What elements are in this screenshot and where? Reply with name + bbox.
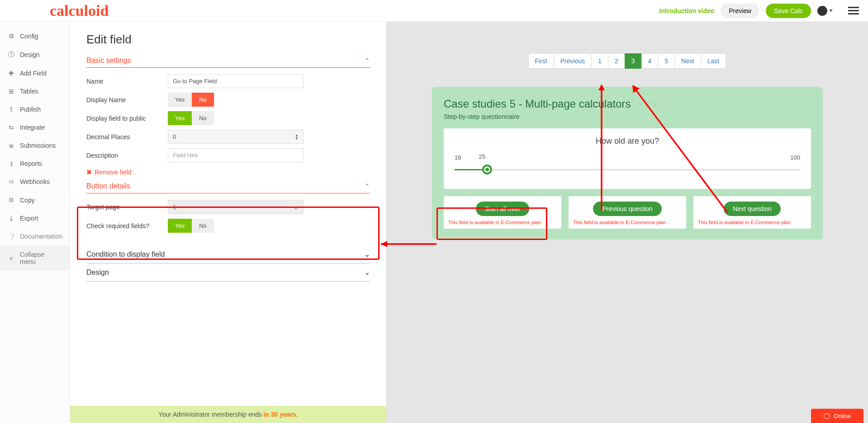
close-icon: ✖ bbox=[86, 169, 92, 176]
intro-video-link[interactable]: Introduction video bbox=[659, 7, 714, 14]
collapse-icon: « bbox=[8, 254, 14, 262]
sidebar-item-copy[interactable]: ⧉Copy bbox=[0, 191, 70, 209]
sidebar-item-reports[interactable]: ⫿Reports bbox=[0, 155, 70, 173]
display-public-no[interactable]: No bbox=[192, 111, 214, 125]
export-icon: ⤓ bbox=[8, 215, 14, 222]
display-name-yes[interactable]: Yes bbox=[168, 93, 192, 107]
edit-panel: Edit field Basic settings ⌃ Name Display… bbox=[70, 22, 387, 423]
chevron-up-icon: ⌃ bbox=[365, 57, 370, 64]
logo: calculoid bbox=[50, 2, 109, 19]
slider-mid: 25 bbox=[479, 153, 485, 160]
hamburger-icon[interactable] bbox=[848, 7, 859, 14]
online-chat-widget[interactable]: Online bbox=[811, 409, 863, 423]
display-public-toggle: Yes No bbox=[168, 111, 214, 125]
calculator-card: Case studies 5 - Multi-page calculators … bbox=[432, 87, 823, 240]
chevron-up-icon: ⌃ bbox=[365, 183, 370, 190]
chevron-down-icon: ⌄ bbox=[364, 268, 370, 277]
help-icon: ❔ bbox=[8, 233, 14, 240]
save-calc-button[interactable]: Save Calc bbox=[766, 4, 811, 18]
check-required-toggle: Yes No bbox=[168, 219, 214, 233]
preview-pane: First Previous 1 2 3 4 5 Next Last Case … bbox=[387, 22, 868, 423]
page-first[interactable]: First bbox=[528, 53, 554, 69]
slider-min: 18 bbox=[455, 154, 461, 161]
user-menu[interactable] bbox=[817, 6, 833, 16]
row-decimal: Decimal Places 0 ▲▼ bbox=[86, 130, 370, 144]
row-check-required: Check required fields? Yes No bbox=[86, 219, 370, 233]
sidebar-item-add-field[interactable]: ✚Add Field bbox=[0, 64, 70, 82]
target-page-select[interactable]: 1 ⌄ bbox=[168, 200, 304, 214]
table-icon: ⊞ bbox=[8, 88, 14, 95]
caret-down-icon bbox=[829, 9, 833, 12]
slider-fill bbox=[455, 169, 486, 170]
plus-icon: ✚ bbox=[8, 70, 14, 77]
section-basic-settings[interactable]: Basic settings ⌃ bbox=[86, 56, 370, 68]
preview-button[interactable]: Preview bbox=[721, 4, 759, 18]
page-1[interactable]: 1 bbox=[591, 53, 608, 69]
page-4[interactable]: 4 bbox=[641, 53, 659, 69]
next-question-button[interactable]: Next question bbox=[724, 202, 781, 216]
display-name-no[interactable]: No bbox=[192, 93, 214, 107]
design-icon: Ⓣ bbox=[8, 51, 14, 59]
spinner-icon[interactable]: ▲▼ bbox=[295, 134, 299, 140]
avatar-icon bbox=[817, 6, 827, 16]
slider-labels: 18 25 100 bbox=[455, 154, 800, 161]
page-next[interactable]: Next bbox=[674, 53, 701, 69]
rating-stars[interactable]: ☆☆☆☆☆ bbox=[637, 100, 671, 108]
chevron-down-icon: ⌄ bbox=[364, 250, 370, 258]
sidebar-item-webhooks[interactable]: ♾Webhooks bbox=[0, 173, 70, 191]
slider-max: 100 bbox=[790, 154, 800, 161]
chat-icon bbox=[824, 414, 830, 419]
slider-knob[interactable] bbox=[482, 164, 492, 174]
name-input[interactable] bbox=[168, 74, 304, 88]
pagination: First Previous 1 2 3 4 5 Next Last bbox=[432, 53, 823, 69]
row-description: Description bbox=[86, 148, 370, 162]
page-5[interactable]: 5 bbox=[658, 53, 675, 69]
start-over-card: Start all over This field is available i… bbox=[444, 196, 561, 229]
page-previous[interactable]: Previous bbox=[554, 53, 592, 69]
page-2[interactable]: 2 bbox=[608, 53, 625, 69]
reports-icon: ⫿ bbox=[8, 160, 14, 167]
page-3[interactable]: 3 bbox=[625, 53, 642, 69]
check-required-no[interactable]: No bbox=[192, 219, 214, 233]
sidebar-item-integrate[interactable]: ⇆Integrate bbox=[0, 118, 70, 136]
integrate-icon: ⇆ bbox=[8, 124, 14, 131]
publish-icon: ⇪ bbox=[8, 106, 14, 113]
section-button-details[interactable]: Button details ⌃ bbox=[86, 182, 370, 193]
ecommerce-note: This field is available in E-Commerce pl… bbox=[698, 220, 806, 225]
question-text: How old are you? bbox=[455, 136, 800, 146]
check-required-yes[interactable]: Yes bbox=[168, 219, 192, 233]
sidebar-item-tables[interactable]: ⊞Tables bbox=[0, 82, 70, 100]
section-condition[interactable]: Condition to display field ⌄ bbox=[86, 245, 370, 263]
topbar-right: Introduction video Preview Save Calc bbox=[659, 4, 859, 18]
sidebar-item-export[interactable]: ⤓Export bbox=[0, 209, 70, 227]
chevron-down-icon: ⌄ bbox=[293, 203, 299, 211]
row-display-name: Display Name Yes No bbox=[86, 93, 370, 107]
sidebar-item-publish[interactable]: ⇪Publish bbox=[0, 100, 70, 118]
page-last[interactable]: Last bbox=[701, 53, 726, 69]
ecommerce-note: This field is available in E-Commerce pl… bbox=[448, 220, 557, 225]
age-slider[interactable] bbox=[455, 163, 800, 176]
main: ⚙Config ⓉDesign ✚Add Field ⊞Tables ⇪Publ… bbox=[0, 22, 868, 423]
slider-track bbox=[455, 169, 800, 170]
sidebar-item-documentation[interactable]: ❔Documentation bbox=[0, 227, 70, 245]
display-public-yes[interactable]: Yes bbox=[168, 111, 192, 125]
sidebar-item-collapse[interactable]: «Collapse menu bbox=[0, 245, 70, 271]
sidebar-item-submissions[interactable]: ≣Submissions bbox=[0, 136, 70, 155]
description-input[interactable] bbox=[168, 148, 304, 162]
webhooks-icon: ♾ bbox=[8, 178, 14, 185]
section-design[interactable]: Design ⌄ bbox=[86, 263, 370, 282]
next-question-card: Next question This field is available in… bbox=[693, 196, 811, 229]
sidebar-item-design[interactable]: ⓉDesign bbox=[0, 45, 70, 64]
edit-title: Edit field bbox=[86, 33, 370, 47]
display-name-toggle: Yes No bbox=[168, 93, 214, 107]
decimal-input[interactable]: 0 ▲▼ bbox=[168, 130, 304, 144]
start-over-button[interactable]: Start all over bbox=[476, 202, 530, 216]
question-card: How old are you? 18 25 100 bbox=[444, 128, 811, 189]
calc-subtitle: Step-by-step questionnaire bbox=[444, 113, 811, 120]
remove-field-link[interactable]: ✖ Remove field bbox=[86, 169, 132, 176]
sidebar-item-config[interactable]: ⚙Config bbox=[0, 27, 70, 45]
prev-question-button[interactable]: Previous question bbox=[593, 202, 661, 216]
row-name: Name bbox=[86, 74, 370, 88]
submissions-icon: ≣ bbox=[8, 142, 14, 149]
ecommerce-note: This field is available in E-Commerce pl… bbox=[573, 220, 682, 225]
